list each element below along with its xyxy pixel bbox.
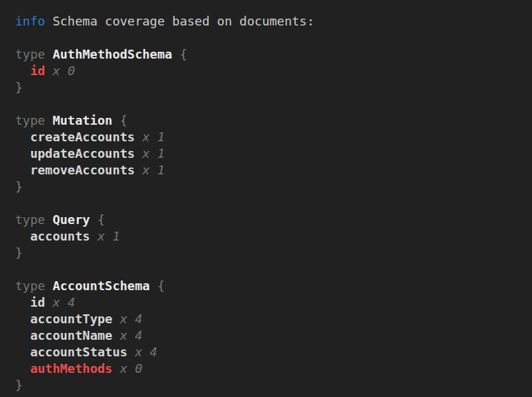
code-line: updateAccounts x 1 (15, 145, 525, 162)
token-count: x 1 (97, 229, 120, 243)
code-line: accountStatus x 4 (15, 344, 525, 360)
code-line: createAccounts x 1 (15, 129, 525, 145)
token-field-zero: authMethods (30, 361, 112, 376)
code-line (15, 96, 525, 112)
token-field: accountStatus (30, 345, 128, 359)
code-line: id x 4 (15, 294, 525, 311)
token-type: AccountSchema (52, 278, 150, 293)
code-line: type Mutation { (15, 112, 525, 129)
token-plain (15, 328, 30, 343)
token-field: accountName (30, 328, 112, 343)
token-keyword: type (15, 113, 52, 128)
token-brace: { (112, 113, 128, 128)
token-plain: Schema coverage based on documents: (45, 14, 314, 28)
token-plain (45, 63, 52, 78)
token-plain (128, 345, 135, 359)
token-keyword: type (15, 47, 52, 61)
code-line: } (15, 377, 525, 394)
token-count: x 1 (142, 130, 165, 144)
token-type: Mutation (52, 113, 112, 128)
token-keyword: type (15, 278, 52, 293)
token-brace: } (15, 80, 23, 94)
token-count: x 4 (120, 312, 143, 326)
token-plain (15, 163, 30, 177)
token-count: x 1 (142, 146, 165, 161)
code-line: removeAccounts x 1 (15, 162, 525, 179)
token-plain (15, 229, 30, 243)
token-info: info (15, 14, 45, 28)
code-line: } (15, 245, 525, 261)
token-keyword: type (15, 212, 52, 227)
code-line (15, 30, 525, 46)
token-plain (15, 130, 30, 144)
token-plain (135, 163, 142, 177)
token-plain (15, 146, 30, 161)
token-type: AuthMethodSchema (52, 47, 172, 61)
token-field: removeAccounts (30, 163, 135, 177)
token-plain (112, 312, 120, 326)
token-brace: } (15, 245, 23, 260)
token-plain (112, 328, 120, 343)
token-plain (15, 361, 30, 376)
token-plain (45, 295, 52, 309)
token-plain (15, 63, 30, 78)
token-count: x 1 (142, 163, 165, 177)
token-brace: } (15, 179, 23, 194)
code-line: type AccountSchema { (15, 278, 525, 294)
code-line: type AuthMethodSchema { (15, 46, 525, 63)
code-line: accounts x 1 (15, 228, 525, 245)
token-field: createAccounts (30, 130, 135, 144)
token-count: x 0 (120, 361, 143, 376)
token-plain (15, 295, 30, 309)
token-count: x 0 (52, 63, 75, 78)
token-count: x 4 (52, 295, 75, 309)
token-brace: { (173, 47, 188, 61)
token-plain (90, 229, 97, 243)
token-plain (135, 130, 142, 144)
token-plain (135, 146, 142, 161)
token-type: Query (52, 212, 90, 227)
token-field-zero: id (30, 63, 46, 78)
code-line: } (15, 179, 525, 195)
code-line: id x 0 (15, 63, 525, 79)
token-plain (15, 345, 30, 359)
code-line: } (15, 79, 525, 96)
token-plain (112, 361, 120, 376)
token-brace: { (150, 278, 165, 293)
code-line: info Schema coverage based on documents: (15, 13, 525, 30)
token-field: updateAccounts (30, 146, 135, 161)
token-field: accountType (30, 312, 112, 326)
code-line: accountType x 4 (15, 311, 525, 327)
token-field: accounts (30, 229, 90, 243)
code-line (15, 195, 525, 212)
code-line (15, 261, 525, 278)
code-line: authMethods x 0 (15, 360, 525, 377)
code-line: type Query { (15, 212, 525, 228)
token-brace: } (15, 378, 23, 392)
token-field: id (30, 295, 46, 309)
token-brace: { (90, 212, 105, 227)
terminal-output: info Schema coverage based on documents:… (0, 0, 532, 397)
token-plain (15, 312, 30, 326)
token-count: x 4 (135, 345, 157, 359)
code-line: accountName x 4 (15, 327, 525, 344)
token-count: x 4 (120, 328, 143, 343)
